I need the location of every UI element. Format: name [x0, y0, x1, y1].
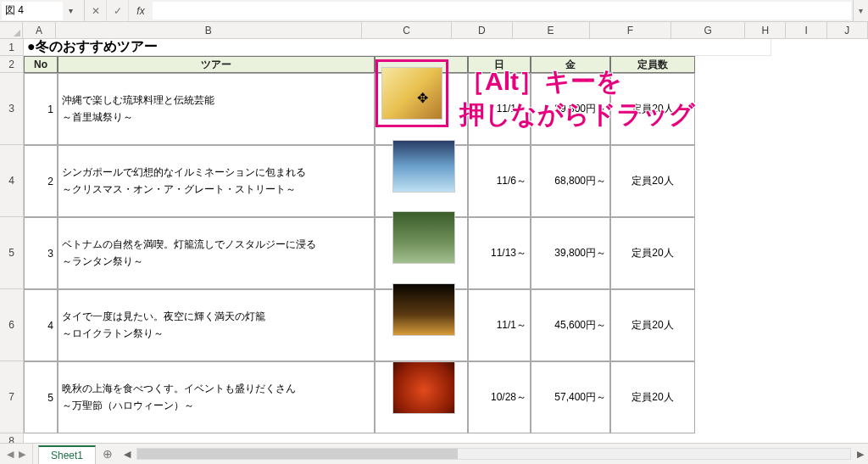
- header-date[interactable]: 日: [468, 56, 531, 73]
- row-header[interactable]: 3: [0, 73, 23, 145]
- cell-tour[interactable]: ベトナムの自然を満喫。灯籠流しでノスタルジーに浸る ～ランタン祭り～: [58, 217, 375, 289]
- row-header[interactable]: 8: [0, 433, 23, 443]
- column-header[interactable]: D: [452, 22, 513, 38]
- column-header[interactable]: J: [827, 22, 868, 38]
- column-header[interactable]: I: [786, 22, 826, 38]
- cell-tour[interactable]: 沖縄で楽しむ琉球料理と伝統芸能 ～首里城祭り～: [58, 73, 375, 145]
- cell-price[interactable]: 57,400円～: [531, 361, 610, 433]
- scroll-right-icon[interactable]: ▶: [853, 449, 868, 460]
- cell-tour[interactable]: シンガポールで幻想的なイルミネーションに包まれる ～クリスマス・オン・ア・グレー…: [58, 145, 375, 217]
- header-no[interactable]: No: [24, 56, 58, 73]
- row-header[interactable]: 6: [0, 289, 23, 361]
- cell-capacity[interactable]: 定員20人: [610, 73, 695, 145]
- row-header[interactable]: 2: [0, 56, 23, 73]
- cell-no[interactable]: 1: [24, 73, 58, 145]
- tour-image-4[interactable]: [392, 283, 455, 336]
- formula-input[interactable]: [153, 2, 851, 20]
- header-price[interactable]: 金: [531, 56, 610, 73]
- tab-navigation[interactable]: ◀ ▶: [0, 444, 33, 464]
- cell-capacity[interactable]: 定員20人: [610, 145, 695, 217]
- cell-price[interactable]: 45,600円～: [531, 289, 610, 361]
- sheet-tab-bar: ◀ ▶ Sheet1 ⊕ ◀ ▶: [0, 443, 868, 464]
- name-box-dropdown-icon[interactable]: ▾: [63, 6, 78, 15]
- cell-price[interactable]: 68,800円～: [531, 145, 610, 217]
- column-header[interactable]: E: [513, 22, 590, 38]
- cell-no[interactable]: 4: [24, 289, 58, 361]
- name-box[interactable]: ▾: [0, 0, 85, 21]
- cell-date[interactable]: 11/13～: [468, 217, 531, 289]
- cell-capacity[interactable]: 定員20人: [610, 217, 695, 289]
- formula-bar: ▾ ✕ ✓ fx ▾: [0, 0, 868, 22]
- column-header[interactable]: B: [56, 22, 362, 38]
- column-header[interactable]: F: [590, 22, 672, 38]
- column-header[interactable]: A: [23, 22, 56, 38]
- cell-price[interactable]: 39,800円～: [531, 73, 610, 145]
- enter-formula-icon[interactable]: ✓: [107, 0, 129, 21]
- column-header[interactable]: G: [671, 22, 745, 38]
- cell-price[interactable]: 39,800円～: [531, 217, 610, 289]
- column-header[interactable]: C: [362, 22, 452, 38]
- row-header[interactable]: 4: [0, 145, 23, 217]
- add-sheet-button[interactable]: ⊕: [96, 444, 120, 464]
- row-header[interactable]: 7: [0, 361, 23, 433]
- name-box-input[interactable]: [2, 2, 63, 20]
- tour-image-5[interactable]: [392, 361, 455, 414]
- cell-capacity[interactable]: 定員20人: [610, 361, 695, 433]
- sheet-tab[interactable]: Sheet1: [38, 445, 96, 464]
- header-tour[interactable]: ツアー: [58, 56, 375, 73]
- fx-icon[interactable]: fx: [129, 5, 153, 17]
- cell-no[interactable]: 2: [24, 145, 58, 217]
- header-capacity[interactable]: 定員数: [610, 56, 695, 73]
- scroll-left-icon[interactable]: ◀: [120, 449, 135, 460]
- hscroll-track[interactable]: [136, 448, 851, 460]
- cell-tour[interactable]: タイで一度は見たい。夜空に輝く満天の灯籠 ～ロイクラトン祭り～: [58, 289, 375, 361]
- spreadsheet-grid: ABCDEFGHIJ 12345678 ●冬のおすすめツアーNoツアー日金定員数…: [0, 22, 868, 443]
- tour-image-1[interactable]: [381, 67, 442, 120]
- hscroll-thumb[interactable]: [137, 449, 458, 459]
- horizontal-scrollbar[interactable]: ◀ ▶: [120, 444, 868, 464]
- page-title[interactable]: ●冬のおすすめツアー: [24, 39, 771, 56]
- cell-date[interactable]: 10/28～: [468, 361, 531, 433]
- cancel-formula-icon[interactable]: ✕: [85, 0, 107, 21]
- tour-image-3[interactable]: [392, 211, 455, 264]
- cell-date[interactable]: 11/6～: [468, 145, 531, 217]
- tab-prev-icon[interactable]: ◀: [5, 449, 15, 460]
- select-all-button[interactable]: [0, 22, 23, 38]
- row-header[interactable]: 1: [0, 39, 23, 56]
- cell-date[interactable]: 11/1～: [468, 73, 531, 145]
- expand-formula-bar-icon[interactable]: ▾: [853, 0, 868, 21]
- cell-no[interactable]: 5: [24, 361, 58, 433]
- column-header[interactable]: H: [745, 22, 786, 38]
- cell-tour[interactable]: 晩秋の上海を食べつくす。イベントも盛りだくさん ～万聖節（ハロウィーン）～: [58, 361, 375, 433]
- cell-no[interactable]: 3: [24, 217, 58, 289]
- empty-row[interactable]: [24, 433, 868, 443]
- tour-image-2[interactable]: [392, 140, 455, 193]
- cell-capacity[interactable]: 定員20人: [610, 289, 695, 361]
- row-header[interactable]: 5: [0, 217, 23, 289]
- tab-next-icon[interactable]: ▶: [17, 449, 27, 460]
- cell-date[interactable]: 11/1～: [468, 289, 531, 361]
